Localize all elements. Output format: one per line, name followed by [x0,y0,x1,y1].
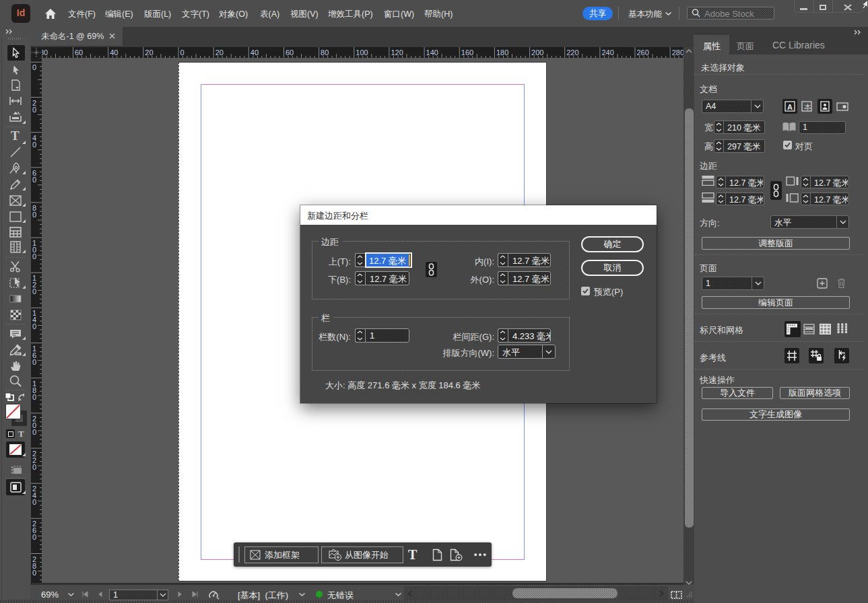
svg-text:260: 260 [637,48,649,57]
svg-text:20: 20 [145,48,153,57]
svg-text:0: 0 [32,533,36,541]
svg-text:180: 180 [496,48,508,57]
svg-text:20: 20 [215,48,224,57]
svg-text:0: 0 [32,106,36,114]
svg-text:0: 0 [32,63,36,71]
svg-text:0: 0 [32,569,36,577]
svg-text:T: T [11,129,20,143]
svg-text:60: 60 [75,48,83,57]
svg-text:0: 0 [32,463,36,471]
svg-text:100: 100 [356,48,368,57]
svg-text:0: 0 [32,287,36,295]
svg-text:0: 0 [32,393,36,401]
svg-text:40: 40 [110,48,118,57]
svg-text:220: 220 [566,48,578,57]
svg-text:0: 0 [32,211,36,219]
svg-text:0: 0 [32,322,36,330]
svg-text:80: 80 [42,48,48,57]
svg-text:0: 0 [32,358,36,366]
svg-text:240: 240 [601,48,613,57]
svg-text:40: 40 [251,48,259,57]
svg-text:本: 本 [804,103,811,111]
svg-text:120: 120 [391,48,403,57]
svg-text:200: 200 [531,48,543,57]
svg-text:0: 0 [32,141,36,149]
svg-text:0: 0 [32,498,36,506]
svg-text:0: 0 [32,252,36,260]
svg-text:160: 160 [461,48,473,57]
svg-text:0: 0 [32,428,36,436]
svg-text:140: 140 [426,48,438,57]
svg-text:0: 0 [180,48,185,57]
svg-text:80: 80 [321,48,329,57]
svg-text:0: 0 [32,176,36,184]
svg-text:280: 280 [672,48,683,57]
svg-text:A: A [787,103,793,111]
svg-text:60: 60 [286,48,294,57]
